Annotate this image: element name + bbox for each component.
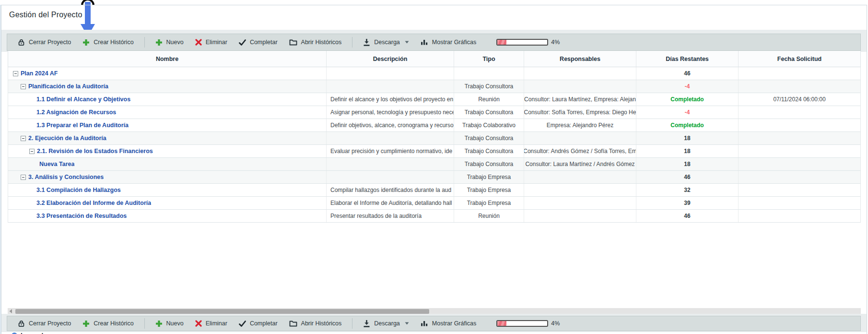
days-remaining-value: 18 [684, 135, 690, 142]
table-row[interactable]: 3.3 Presentación de ResultadosPresentar … [8, 210, 860, 223]
task-name[interactable]: 1.1 Definir el Alcance y Objetivos [36, 96, 130, 103]
task-name[interactable]: Nueva Tarea [39, 161, 74, 167]
type-cell: Reunión [454, 93, 524, 106]
type-cell: Trabajo Consultora [454, 80, 524, 93]
chart-icon [421, 39, 428, 46]
type-cell: Trabajo Empresa [454, 171, 524, 183]
name-cell: Plan 2024 AF [8, 67, 327, 80]
collapse-icon[interactable] [21, 84, 26, 89]
mostrar-graficas-button[interactable]: Mostrar Gráficas [415, 317, 482, 330]
cerrar-proyecto-button[interactable]: Cerrar Proyecto [12, 36, 77, 48]
toolbar-button-label: Cerrar Proyecto [29, 39, 71, 46]
table-row[interactable]: 3.1 Compilación de HallazgosCompilar hal… [8, 184, 860, 197]
check-icon [239, 321, 246, 327]
name-cell: 2.1. Revisión de los Estados Financieros [8, 145, 327, 157]
cerrar-proyecto-button[interactable]: Cerrar Proyecto [12, 317, 77, 330]
toolbar-button-label: Abrir Históricos [301, 320, 342, 327]
task-name[interactable]: 3.2 Elaboración del Informe de Auditoría [36, 200, 151, 206]
column-header-tipo[interactable]: Tipo [454, 51, 524, 67]
description-cell: Compilar hallazgos identificados durante… [327, 184, 454, 196]
task-name[interactable]: 1.3 Preparar el Plan de Auditoría [36, 122, 129, 129]
table-row[interactable]: Planificación de la AuditoríaTrabajo Con… [8, 80, 860, 93]
description-cell: Evaluar precisión y cumplimiento normati… [327, 145, 454, 157]
table-row[interactable]: Nueva TareaTrabajo ConsultoraConsultor: … [8, 158, 860, 171]
table-row[interactable]: Plan 2024 AF46 [8, 67, 860, 80]
mostrar-graficas-button[interactable]: Mostrar Gráficas [415, 36, 482, 48]
eliminar-button[interactable]: Eliminar [189, 36, 233, 48]
toolbar-button-label: Abrir Históricos [301, 39, 342, 46]
task-name[interactable]: Plan 2024 AF [21, 70, 58, 77]
description-cell [327, 67, 454, 80]
x-icon [195, 320, 202, 327]
progress-fill [497, 321, 506, 326]
table-row[interactable]: 1.3 Preparar el Plan de AuditoríaDefinir… [8, 119, 860, 132]
lock-icon [18, 39, 25, 46]
table-row[interactable]: 1.1 Definir el Alcance y ObjetivosDefini… [8, 93, 860, 106]
days-remaining-value: 39 [684, 200, 690, 206]
days-remaining-value: Completado [670, 96, 704, 103]
window-left-border [0, 5, 1, 334]
legend-row[interactable]: Leyenda [12, 332, 47, 334]
eliminar-button[interactable]: Eliminar [189, 317, 233, 330]
responsables-cell: Consultor: Laura Martínez / Andrés Gómez [524, 158, 636, 170]
toolbar-separator [144, 37, 145, 48]
table-body: Plan 2024 AF46Planificación de la Audito… [8, 67, 861, 223]
task-name[interactable]: Planificación de la Auditoría [28, 83, 108, 90]
table-row[interactable]: 2.1. Revisión de los Estados Financieros… [8, 145, 860, 158]
task-name[interactable]: 1.2 Asignación de Recursos [36, 109, 116, 116]
scrollbar-thumb[interactable] [15, 309, 429, 314]
descarga-button[interactable]: Descarga [357, 317, 415, 330]
abrir-historicos-button[interactable]: Abrir Históricos [283, 317, 348, 330]
toolbar-strip-top: Cerrar ProyectoCrear HistóricoNuevoElimi… [1, 30, 867, 52]
collapse-icon[interactable] [29, 149, 35, 154]
table-row[interactable]: 2. Ejecución de la AuditoríaTrabajo Cons… [8, 132, 860, 145]
download-icon [363, 320, 370, 327]
plus-icon [82, 320, 90, 327]
column-header-dias-restantes[interactable]: Días Restantes [636, 51, 739, 67]
collapse-icon[interactable] [21, 175, 26, 180]
toolbar-button-label: Descarga [374, 320, 400, 327]
responsables-cell [524, 80, 636, 93]
descarga-button[interactable]: Descarga [357, 36, 415, 48]
responsables-cell: Consultor: Andrés Gómez / Sofía Torres, … [524, 145, 636, 157]
task-name[interactable]: 2.1. Revisión de los Estados Financieros [37, 148, 153, 155]
days-remaining-cell: Completado [636, 119, 739, 131]
column-header-fecha-solicitud[interactable]: Fecha Solicitud [739, 51, 860, 67]
collapse-icon[interactable] [21, 136, 26, 141]
download-icon [363, 38, 370, 46]
name-cell: 3. Análisis y Conclusiones [8, 171, 327, 183]
description-cell: Elaborar el Informe de Auditoría, detall… [327, 197, 454, 209]
scroll-left-arrow-icon[interactable] [9, 309, 14, 313]
request-date-cell [739, 67, 860, 80]
task-name[interactable]: 3.1 Compilación de Hallazgos [36, 187, 121, 193]
nuevo-button[interactable]: Nuevo [150, 317, 189, 330]
collapse-icon[interactable] [13, 71, 18, 76]
description-cell: Asignar personal, tecnología y presupues… [327, 106, 454, 119]
column-header-nombre[interactable]: Nombre [8, 51, 327, 67]
legend-circle-icon[interactable] [12, 333, 17, 334]
abrir-historicos-button[interactable]: Abrir Históricos [283, 36, 348, 48]
completar-button[interactable]: Completar [233, 317, 283, 330]
days-remaining-cell: -4 [636, 106, 739, 119]
crear-historico-button[interactable]: Crear Histórico [77, 36, 139, 48]
days-remaining-value: -4 [685, 109, 690, 116]
type-cell: Trabajo Consultora [454, 158, 524, 170]
type-cell: Trabajo Empresa [454, 197, 524, 209]
table-row[interactable]: 3.2 Elaboración del Informe de Auditoría… [8, 197, 860, 210]
column-header-responsables[interactable]: Responsables [524, 51, 636, 67]
toolbar-button-label: Completar [250, 320, 278, 327]
task-name[interactable]: 2. Ejecución de la Auditoría [28, 135, 106, 142]
nuevo-button[interactable]: Nuevo [150, 36, 189, 48]
task-name[interactable]: 3.3 Presentación de Resultados [36, 213, 127, 219]
type-cell [454, 67, 524, 80]
completar-button[interactable]: Completar [233, 36, 283, 48]
page-title: Gestión del Proyecto [9, 11, 82, 19]
days-remaining-cell: 39 [636, 197, 739, 209]
folder-icon [289, 39, 297, 46]
table-row[interactable]: 1.2 Asignación de RecursosAsignar person… [8, 106, 860, 119]
column-header-descripcion[interactable]: Descripción [327, 51, 454, 67]
table-row[interactable]: 3. Análisis y ConclusionesTrabajo Empres… [8, 171, 860, 184]
crear-historico-button[interactable]: Crear Histórico [77, 317, 139, 330]
responsables-cell: Consultor: Laura Martínez, Empresa: Alej… [524, 93, 636, 106]
task-name[interactable]: 3. Análisis y Conclusiones [28, 174, 104, 180]
